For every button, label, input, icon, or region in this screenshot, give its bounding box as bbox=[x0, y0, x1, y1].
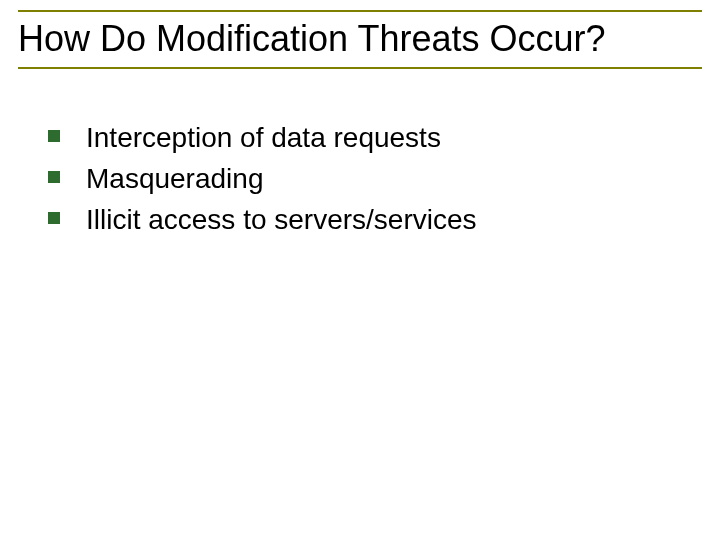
body-content: Interception of data requests Masqueradi… bbox=[48, 120, 680, 243]
square-bullet-icon bbox=[48, 130, 60, 142]
list-item-text: Illicit access to servers/services bbox=[86, 202, 477, 237]
square-bullet-icon bbox=[48, 171, 60, 183]
list-item-text: Interception of data requests bbox=[86, 120, 441, 155]
title-rule-top bbox=[18, 10, 702, 12]
list-item: Illicit access to servers/services bbox=[48, 202, 680, 237]
square-bullet-icon bbox=[48, 212, 60, 224]
slide-title: How Do Modification Threats Occur? bbox=[18, 18, 702, 65]
list-item-text: Masquerading bbox=[86, 161, 263, 196]
title-block: How Do Modification Threats Occur? bbox=[18, 10, 702, 69]
list-item: Masquerading bbox=[48, 161, 680, 196]
title-rule-bottom bbox=[18, 67, 702, 69]
list-item: Interception of data requests bbox=[48, 120, 680, 155]
slide: How Do Modification Threats Occur? Inter… bbox=[0, 0, 720, 540]
